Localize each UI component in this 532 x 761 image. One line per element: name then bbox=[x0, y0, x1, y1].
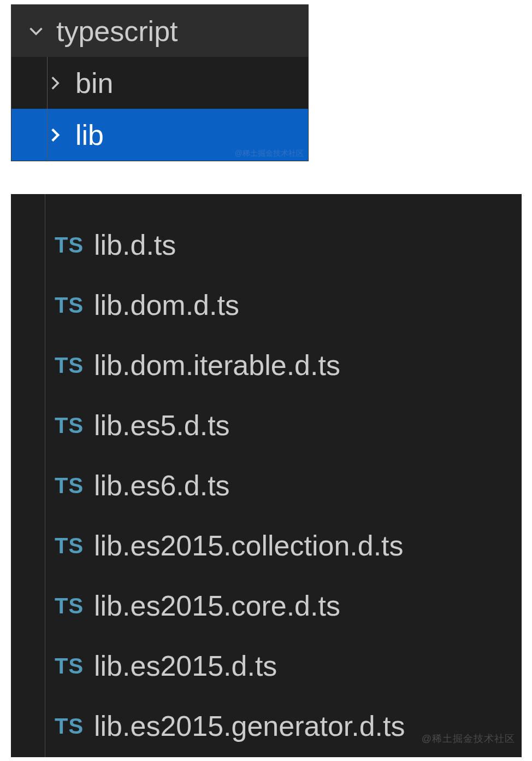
file-name: lib.dom.d.ts bbox=[94, 289, 239, 321]
file-name: lib.dom.iterable.d.ts bbox=[94, 349, 340, 382]
file-list-panel: TS lib.d.ts TS lib.dom.d.ts TS lib.dom.i… bbox=[11, 194, 522, 757]
typescript-file-icon: TS bbox=[55, 534, 88, 558]
indent-guide bbox=[45, 194, 45, 757]
typescript-file-icon: TS bbox=[55, 293, 88, 318]
chevron-right-icon bbox=[42, 72, 69, 95]
file-item[interactable]: TS lib.es2015.core.d.ts bbox=[11, 576, 522, 636]
file-item[interactable]: TS lib.dom.d.ts bbox=[11, 275, 522, 335]
file-item[interactable]: TS lib.es6.d.ts bbox=[11, 455, 522, 516]
file-name: lib.es5.d.ts bbox=[94, 409, 230, 442]
file-item[interactable]: TS lib.d.ts bbox=[11, 215, 522, 275]
typescript-file-icon: TS bbox=[55, 413, 88, 438]
folder-label: bin bbox=[75, 67, 113, 99]
typescript-file-icon: TS bbox=[55, 714, 88, 739]
file-name: lib.es6.d.ts bbox=[94, 469, 230, 502]
file-item[interactable]: TS lib.es5.d.ts bbox=[11, 395, 522, 455]
folder-typescript[interactable]: typescript bbox=[11, 5, 308, 57]
chevron-down-icon bbox=[22, 20, 50, 43]
file-name: lib.es2015.core.d.ts bbox=[94, 589, 340, 622]
file-name: lib.es2015.generator.d.ts bbox=[94, 710, 405, 742]
typescript-file-icon: TS bbox=[55, 353, 88, 378]
typescript-file-icon: TS bbox=[55, 594, 88, 618]
file-item[interactable]: TS lib.dom.iterable.d.ts bbox=[11, 335, 522, 395]
file-item[interactable]: TS lib.es2015.collection.d.ts bbox=[11, 516, 522, 576]
file-item[interactable]: TS lib.es2015.d.ts bbox=[11, 636, 522, 696]
watermark: @稀土掘金技术社区 bbox=[422, 732, 515, 745]
chevron-right-icon bbox=[42, 124, 69, 147]
file-name: lib.es2015.d.ts bbox=[94, 649, 277, 682]
folder-label: typescript bbox=[56, 15, 178, 48]
typescript-file-icon: TS bbox=[55, 473, 88, 498]
file-name: lib.es2015.collection.d.ts bbox=[94, 529, 404, 562]
file-item[interactable]: TS lib.es2015.generator.d.ts bbox=[11, 696, 522, 756]
file-name: lib.d.ts bbox=[94, 229, 176, 261]
typescript-file-icon: TS bbox=[55, 233, 88, 257]
watermark: @稀土掘金技术社区 bbox=[235, 149, 304, 159]
typescript-file-icon: TS bbox=[55, 654, 88, 678]
folder-tree-panel: typescript bin lib @稀土掘金技术社区 bbox=[11, 4, 309, 161]
folder-label: lib bbox=[75, 119, 104, 151]
indent-guide bbox=[47, 57, 48, 161]
folder-bin[interactable]: bin bbox=[11, 57, 308, 109]
